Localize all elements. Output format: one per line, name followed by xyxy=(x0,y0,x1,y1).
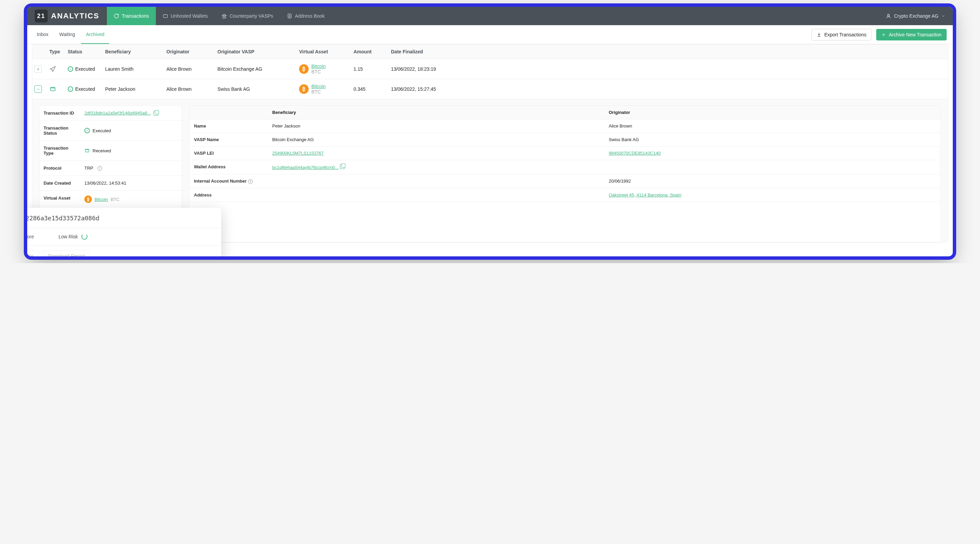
asset-link[interactable]: Bitcoin xyxy=(311,63,326,69)
cell-date: 13/06/2022, 18:23:19 xyxy=(391,66,946,72)
kv-label: Date Created xyxy=(40,176,80,190)
kv-label: Transaction ID xyxy=(40,106,80,121)
nav-counterparty[interactable]: Counterparty VASPs xyxy=(215,7,280,25)
receive-icon xyxy=(49,86,56,92)
tab-inbox[interactable]: Inbox xyxy=(32,25,53,44)
col-status: Status xyxy=(68,49,105,54)
top-nav: Transactions Unhosted Wallets Counterpar… xyxy=(107,7,331,25)
nav-counterparty-label: Counterparty VASPs xyxy=(230,13,273,19)
table-header: Type Status Beneficiary Originator Origi… xyxy=(32,44,948,59)
archive-button[interactable]: Archive New Transaction xyxy=(876,29,947,40)
logo-text: ANALYTICS xyxy=(51,11,99,21)
export-button[interactable]: Export Transactions xyxy=(811,29,872,40)
send-icon xyxy=(49,66,56,73)
cell-originator-vasp: Bitcoin Exchange AG xyxy=(218,66,299,72)
cell: Swiss Bank AG xyxy=(604,133,940,146)
check-icon: ✓ xyxy=(68,86,73,92)
kv-label: Transaction Type xyxy=(40,141,80,160)
cell-originator: Alice Brown xyxy=(166,86,218,92)
risk-hash: dd362286a3e15d33572a086d xyxy=(27,211,221,228)
cell-date: 13/06/2022, 15:27:45 xyxy=(391,86,946,92)
cell-asset: ₿ BitcoinBTC xyxy=(299,63,353,75)
download-icon xyxy=(817,32,821,37)
row-label: Internal Account Number xyxy=(194,179,247,184)
cell-asset: ₿ BitcoinBTC xyxy=(299,84,353,95)
cell-originator: Alice Brown xyxy=(166,66,218,72)
export-label: Export Transactions xyxy=(824,32,866,37)
parties-header: Beneficiary Originator xyxy=(189,106,940,119)
nav-transactions[interactable]: Transactions xyxy=(107,7,156,25)
tab-archived[interactable]: Archived xyxy=(81,25,109,44)
status-cell: ✓Executed xyxy=(68,66,105,72)
bitcoin-icon: ₿ xyxy=(299,64,309,74)
asset-symbol: BTC xyxy=(311,69,321,75)
copy-icon[interactable] xyxy=(340,164,345,169)
cell-beneficiary: Lauren Smith xyxy=(105,66,166,72)
user-icon xyxy=(886,13,891,19)
user-name: Crypto Exchange AG xyxy=(894,13,939,19)
kv-value: Executed xyxy=(92,128,111,133)
tx-id-link[interactable]: 2df318db1a2a5ef3f146d4945a8... xyxy=(84,111,151,116)
nav-unhosted-label: Unhosted Wallets xyxy=(171,13,208,19)
refresh-icon[interactable] xyxy=(81,233,88,240)
help-icon[interactable]: ? xyxy=(97,166,102,171)
topbar: 21 ANALYTICS Transactions Unhosted Walle… xyxy=(27,7,953,25)
table-row: − ✓Executed Peter Jackson Alice Brown Sw… xyxy=(32,79,948,99)
check-icon: ✓ xyxy=(68,66,73,72)
action-buttons: Export Transactions Archive New Transact… xyxy=(811,29,948,40)
nav-addressbook[interactable]: Address Book xyxy=(280,7,331,25)
cell-amount: 0.345 xyxy=(353,86,391,92)
risk-card: dd362286a3e15d33572a086d Risk Score Low … xyxy=(27,208,221,256)
refresh-icon xyxy=(114,13,119,19)
app-window: 21 ANALYTICS Transactions Unhosted Walle… xyxy=(27,7,953,256)
kv-value: Received xyxy=(92,148,111,153)
row-label: Name xyxy=(189,119,267,133)
col-originator: Originator xyxy=(166,49,218,54)
execute-button[interactable]: Execute xyxy=(27,250,38,256)
detail-right-card: Beneficiary Originator NamePeter Jackson… xyxy=(189,105,941,243)
col-originator: Originator xyxy=(604,106,940,119)
address-link[interactable]: Oakstreet 45, 4114 Barcelona, Spain xyxy=(609,192,681,198)
logo-badge: 21 xyxy=(35,10,48,22)
plus-icon xyxy=(881,32,886,37)
col-amount: Amount xyxy=(353,49,391,54)
user-menu[interactable]: Crypto Exchange AG xyxy=(878,13,953,19)
wallet-icon xyxy=(163,13,168,19)
collapse-button[interactable]: − xyxy=(34,85,42,93)
status-text: Executed xyxy=(75,66,95,72)
col-virtual-asset: Virtual Asset xyxy=(299,49,353,54)
tab-waiting[interactable]: Waiting xyxy=(54,25,80,44)
asset-symbol: BTC xyxy=(311,89,321,95)
kv-label: Virtual Asset xyxy=(40,191,80,208)
nav-addressbook-label: Address Book xyxy=(295,13,325,19)
lei-link[interactable]: 98450070CDE85143C140 xyxy=(609,151,661,156)
cell-beneficiary: Peter Jackson xyxy=(105,86,166,92)
lei-link[interactable]: 254900KL5M7LS1153767 xyxy=(272,151,324,156)
help-icon[interactable]: ? xyxy=(248,179,253,184)
bank-icon xyxy=(221,13,227,19)
cell-originator-vasp: Swiss Bank AG xyxy=(218,86,299,92)
archive-label: Archive New Transaction xyxy=(889,32,942,37)
risk-value: Low Risk xyxy=(59,234,78,239)
risk-label: Risk Score xyxy=(27,234,52,239)
status-text: Executed xyxy=(75,86,95,92)
check-icon: ✓ xyxy=(84,128,90,133)
svg-point-2 xyxy=(289,15,290,16)
row-label: VASP Name xyxy=(189,133,267,146)
download-report-button[interactable]: Download Report xyxy=(43,250,90,256)
nav-unhosted[interactable]: Unhosted Wallets xyxy=(156,7,215,25)
cell: 20/06/1992 xyxy=(604,174,940,188)
asset-link[interactable]: Bitcoin xyxy=(95,197,108,202)
book-icon xyxy=(287,13,292,19)
svg-rect-0 xyxy=(163,14,167,18)
svg-point-3 xyxy=(888,14,889,16)
cell: Bitcoin Exchange AG xyxy=(267,133,604,146)
col-originator-vasp: Originator VASP xyxy=(218,49,299,54)
wallet-link[interactable]: bc1qfjtehaa544ayfp76ccp4fcrn0... xyxy=(272,165,339,170)
copy-icon[interactable] xyxy=(153,111,158,116)
asset-link[interactable]: Bitcoin xyxy=(311,84,326,89)
expand-button[interactable]: + xyxy=(34,65,42,73)
kv-label: Transaction Status xyxy=(40,121,80,140)
chevron-down-icon xyxy=(941,14,945,18)
asset-symbol: BTC xyxy=(111,197,119,202)
